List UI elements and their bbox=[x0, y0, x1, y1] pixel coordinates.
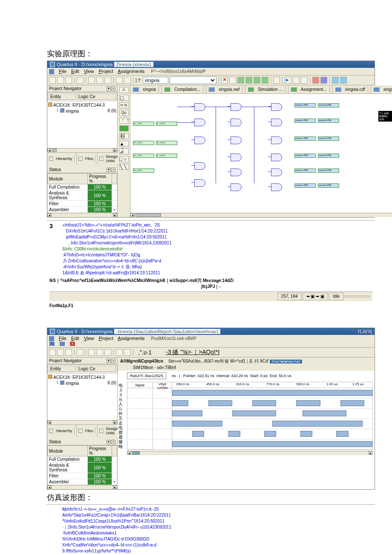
input-pin[interactable]: in_xxxx bbox=[156, 154, 177, 158]
tool-qo[interactable]: Qo「 bbox=[119, 110, 129, 116]
tab-files[interactable]: Files bbox=[77, 425, 98, 437]
input-pin[interactable]: in_xxxx bbox=[133, 154, 154, 158]
menu-file[interactable]: FFileile bbox=[59, 69, 66, 74]
menu-file[interactable]: File bbox=[59, 336, 66, 341]
tool-rect[interactable]: ▢ bbox=[119, 95, 129, 101]
min-btn[interactable]: _ bbox=[49, 341, 55, 346]
and-gate[interactable] bbox=[271, 103, 282, 111]
tb-c1[interactable] bbox=[332, 77, 339, 84]
tool-a2[interactable]: ⊿ bbox=[119, 148, 129, 154]
signal-name[interactable] bbox=[127, 419, 153, 429]
tb-redo[interactable] bbox=[124, 349, 131, 356]
output-pin[interactable]: xxxxxx PIN bbox=[318, 137, 339, 141]
output-pin[interactable]: xxxxxx PIN bbox=[318, 154, 339, 158]
tab-assignment[interactable]: Assignment... bbox=[288, 85, 333, 93]
and-gate[interactable] bbox=[271, 137, 282, 144]
tool-n[interactable]: n ⅛ bbox=[119, 102, 129, 108]
output-pin[interactable]: xxxxxx PIN bbox=[318, 103, 339, 108]
nav-tree[interactable]: ACEX1K: EP1K30TC144-3 └ xingxia8 (8) bbox=[47, 101, 117, 148]
canvas-hscroll[interactable]: ◄► bbox=[130, 213, 392, 217]
tool-a[interactable]: A bbox=[119, 87, 129, 93]
schematic-canvas[interactable]: in_xxxx in_xxxx in_xxxx in_xxxx in_xxxx … bbox=[130, 94, 392, 213]
signal-name[interactable] bbox=[127, 429, 153, 439]
tb-t1[interactable] bbox=[293, 77, 300, 84]
and-gate[interactable] bbox=[194, 162, 205, 170]
and-gate[interactable] bbox=[194, 103, 205, 111]
and-gate[interactable] bbox=[194, 137, 205, 144]
tb-c2[interactable] bbox=[340, 77, 347, 84]
menu-project[interactable]: Project bbox=[99, 69, 113, 74]
tb-g2[interactable] bbox=[245, 77, 252, 84]
output-pin[interactable]: xxxxxx PIN bbox=[318, 183, 339, 188]
output-pin[interactable]: xxxxxx PIN bbox=[294, 137, 316, 141]
signal-name[interactable] bbox=[127, 398, 153, 409]
col-progress[interactable]: Progress % bbox=[88, 174, 112, 184]
tb-copy[interactable] bbox=[96, 77, 103, 84]
tb-open[interactable] bbox=[57, 349, 64, 356]
tb-x[interactable]: ✕ bbox=[221, 77, 228, 84]
tab-compilation[interactable]: Compilation... bbox=[162, 85, 206, 93]
and-gate[interactable] bbox=[271, 119, 282, 126]
menu-assignments[interactable]: Assignments bbox=[118, 69, 144, 74]
signal-name[interactable] bbox=[127, 439, 153, 450]
col-logic[interactable]: Logic Ce bbox=[77, 93, 116, 100]
entity-name[interactable]: xingxia bbox=[66, 109, 79, 113]
and-gate[interactable] bbox=[231, 183, 242, 191]
menu-assignments[interactable]: Assignments bbox=[118, 336, 144, 341]
output-pin[interactable]: xxxxxx PIN bbox=[294, 154, 316, 158]
menu-edit[interactable]: Edit bbox=[71, 69, 79, 74]
tab-cdf2[interactable]: xingxia.cdf bbox=[371, 85, 392, 93]
nav-icons[interactable]: ⬅ ▣ ➡ ▣ bbox=[303, 293, 328, 300]
waveform-traces[interactable]: 290.0 ns 450.0 ns 610.0 ns 770.0 ns 930.… bbox=[172, 382, 372, 450]
nav-x[interactable]: × bbox=[111, 87, 115, 91]
tb-b1[interactable] bbox=[320, 77, 327, 84]
and-gate[interactable] bbox=[231, 119, 242, 126]
tb-new[interactable] bbox=[49, 349, 56, 356]
signal-name[interactable] bbox=[127, 388, 153, 398]
tb-copy[interactable] bbox=[96, 349, 103, 356]
tab-xingxia[interactable]: xingxia bbox=[130, 85, 162, 93]
and-gate[interactable] bbox=[271, 154, 282, 161]
tb-open[interactable] bbox=[57, 77, 64, 84]
and-gate[interactable] bbox=[194, 179, 205, 187]
tab-hierarchy[interactable]: Hierarchy bbox=[47, 153, 77, 165]
col-entity[interactable]: Entity bbox=[49, 93, 76, 100]
input-pin[interactable]: in_xxxx bbox=[156, 122, 177, 126]
tb-new[interactable] bbox=[49, 77, 56, 84]
tab-files[interactable]: Files bbox=[77, 153, 98, 165]
tb-save[interactable] bbox=[65, 349, 72, 356]
input-pin[interactable]: in_xxxx bbox=[133, 141, 154, 145]
menu-edit[interactable]: Edit bbox=[71, 336, 79, 341]
h-scroll[interactable]: ◄► bbox=[47, 148, 117, 152]
tab-simulation[interactable]: Simulation ... bbox=[245, 85, 288, 93]
output-pin[interactable]: xxxxxx PIN bbox=[318, 169, 339, 173]
menu-view[interactable]: View bbox=[84, 69, 94, 74]
output-pin[interactable]: xxxxxx PIN bbox=[318, 119, 339, 123]
tool-sq[interactable]: □ ○ bbox=[119, 156, 129, 162]
and-gate[interactable] bbox=[271, 183, 282, 191]
tb-t2[interactable] bbox=[301, 77, 308, 84]
tool-br[interactable]: 「「 bbox=[119, 118, 129, 124]
tool-grn[interactable] bbox=[119, 125, 129, 131]
output-pin[interactable]: xxxxxx PIN bbox=[294, 169, 316, 173]
status-scroll[interactable]: ◄► bbox=[47, 213, 117, 217]
max-btn[interactable]: □ bbox=[59, 341, 65, 346]
tb-redo[interactable] bbox=[124, 77, 131, 84]
tb-cut[interactable] bbox=[88, 349, 95, 356]
tb-play[interactable]: ► bbox=[285, 77, 291, 84]
tb-paste[interactable] bbox=[104, 77, 111, 84]
input-pin[interactable]: in_xxxx bbox=[156, 141, 177, 145]
and-gate[interactable] bbox=[231, 154, 242, 161]
wf-hscroll[interactable]: ◄► bbox=[127, 451, 373, 455]
input-pin[interactable]: in_xxxx bbox=[133, 122, 154, 126]
close-btn[interactable]: × bbox=[69, 341, 75, 346]
tb-undo[interactable] bbox=[116, 349, 123, 356]
project-input[interactable] bbox=[143, 77, 168, 84]
and-gate[interactable] bbox=[231, 103, 242, 111]
tool-tri[interactable]: ▲ ◀ bbox=[119, 141, 129, 147]
output-pin[interactable]: xxxxxx PIN bbox=[294, 183, 316, 188]
nav-tree[interactable]: ACEX1K: EP1K30TC144-3 └ xingxia8 (8) bbox=[47, 373, 117, 420]
tab-cdf1[interactable]: xingxia.cdf bbox=[333, 85, 371, 93]
col-module[interactable]: Module bbox=[48, 174, 88, 184]
tb-stop[interactable] bbox=[273, 77, 280, 84]
